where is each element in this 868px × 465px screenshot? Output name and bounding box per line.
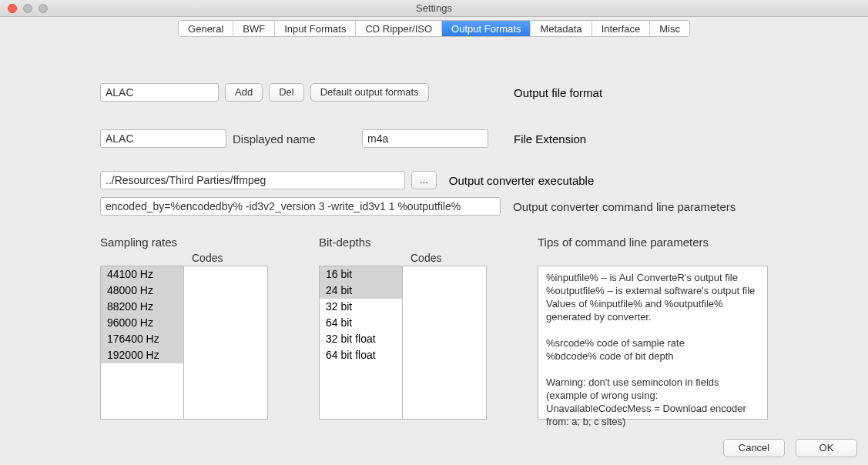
- label-sampling-codes: Codes: [184, 252, 223, 266]
- tab-metadata[interactable]: Metadata: [531, 21, 592, 36]
- bitdepth-section: Bit-depths Codes 16 bit24 bit32 bit64 bi…: [319, 236, 487, 420]
- window-title: Settings: [0, 2, 868, 14]
- sampling-section: Sampling rates Codes 44100 Hz48000 Hz882…: [100, 236, 268, 420]
- del-button[interactable]: Del: [269, 83, 304, 102]
- list-item[interactable]: 44100 Hz: [101, 266, 183, 283]
- list-item[interactable]: 64 bit: [320, 315, 402, 331]
- list-item[interactable]: 88200 Hz: [101, 299, 183, 315]
- label-sampling-rates: Sampling rates: [100, 236, 268, 249]
- cancel-button[interactable]: Cancel: [723, 439, 785, 457]
- label-output-file-format: Output file format: [514, 86, 768, 99]
- tab-cd-ripper[interactable]: CD Ripper/ISO: [356, 21, 442, 36]
- bit-depths-list[interactable]: 16 bit24 bit32 bit64 bit32 bit float64 b…: [319, 266, 403, 420]
- label-bit-depths: Bit-depths: [319, 236, 487, 249]
- tab-interface[interactable]: Interface: [592, 21, 651, 36]
- label-file-extension: File Extension: [514, 132, 768, 146]
- tab-output-formats[interactable]: Output Formats: [442, 21, 531, 36]
- list-item[interactable]: 48000 Hz: [101, 283, 183, 299]
- tabs: General BWF Input Formats CD Ripper/ISO …: [178, 20, 690, 37]
- list-item[interactable]: 96000 Hz: [101, 315, 183, 331]
- list-item[interactable]: 32 bit: [320, 299, 402, 315]
- tips-section: Tips of command line parameters %inputfi…: [538, 236, 768, 420]
- add-button[interactable]: Add: [225, 83, 263, 102]
- ok-button[interactable]: OK: [796, 439, 857, 457]
- cmdline-params-input[interactable]: [100, 197, 501, 216]
- displayed-name-input[interactable]: [100, 129, 226, 148]
- tab-misc[interactable]: Misc: [650, 21, 689, 36]
- converter-exe-input[interactable]: [100, 171, 405, 189]
- sampling-codes-list[interactable]: [184, 266, 268, 420]
- list-item[interactable]: 64 bit float: [320, 347, 402, 363]
- tab-bwf[interactable]: BWF: [233, 21, 275, 36]
- browse-button[interactable]: ...: [411, 171, 437, 189]
- titlebar: Settings: [0, 0, 868, 17]
- list-item[interactable]: 176400 Hz: [101, 331, 183, 347]
- list-item[interactable]: 32 bit float: [320, 331, 402, 347]
- label-displayed-name: Displayed name: [233, 132, 356, 146]
- file-ext-input[interactable]: [362, 129, 488, 148]
- label-tips-title: Tips of command line parameters: [538, 236, 768, 249]
- sampling-rates-list[interactable]: 44100 Hz48000 Hz88200 Hz96000 Hz176400 H…: [100, 266, 184, 420]
- label-converter-exe: Output converter executable: [449, 174, 594, 187]
- label-bitdepth-codes: Codes: [403, 252, 441, 266]
- list-item[interactable]: 16 bit: [320, 266, 402, 283]
- bitdepth-codes-list[interactable]: [403, 266, 487, 420]
- list-item[interactable]: 192000 Hz: [101, 347, 183, 363]
- list-item[interactable]: 24 bit: [320, 283, 402, 299]
- footer-buttons: Cancel OK: [723, 439, 857, 457]
- tabs-container: General BWF Input Formats CD Ripper/ISO …: [0, 17, 868, 37]
- tips-text: %inputfile% – is AuI ConverteR's output …: [538, 266, 768, 420]
- label-cmdline-params: Output converter command line parameters: [513, 200, 736, 213]
- format-select-input[interactable]: [100, 83, 219, 102]
- content: Add Del Default output formats Output fi…: [0, 37, 868, 420]
- tab-general[interactable]: General: [179, 21, 233, 36]
- defaults-button[interactable]: Default output formats: [310, 83, 429, 102]
- tab-input-formats[interactable]: Input Formats: [275, 21, 356, 36]
